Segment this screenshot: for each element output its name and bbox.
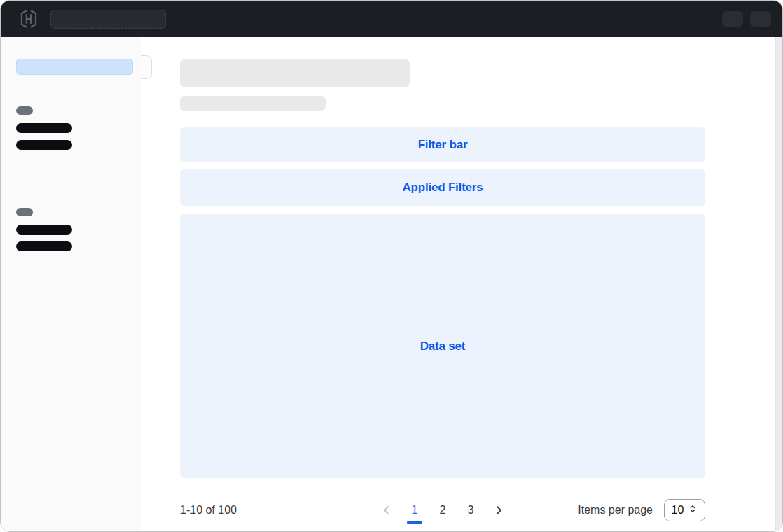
page-title-placeholder bbox=[180, 59, 410, 87]
page-button-1[interactable]: 1 bbox=[406, 500, 424, 521]
sidebar-nav-item-placeholder[interactable] bbox=[16, 123, 72, 133]
filter-bar-region: Filter bar bbox=[180, 127, 705, 162]
chevron-right-icon[interactable] bbox=[490, 500, 508, 521]
sidebar-section bbox=[16, 106, 72, 157]
hashicorp-logo-icon bbox=[20, 9, 38, 29]
page-button-2[interactable]: 2 bbox=[434, 500, 452, 521]
page-subtitle-placeholder bbox=[180, 96, 326, 111]
nav-action-placeholder[interactable] bbox=[750, 11, 771, 27]
sidebar-section-label-placeholder bbox=[16, 106, 33, 115]
top-navbar bbox=[1, 1, 782, 37]
scrollbar-track[interactable] bbox=[775, 37, 782, 532]
nav-menu-placeholder[interactable] bbox=[50, 10, 166, 29]
sidebar-nav-item-placeholder[interactable] bbox=[16, 140, 72, 150]
items-per-page-label: Items per page bbox=[578, 504, 653, 517]
filter-bar-label: Filter bar bbox=[418, 138, 468, 152]
main-content: Filter bar Applied Filters Data set 1-10… bbox=[180, 37, 705, 532]
applied-filters-region: Applied Filters bbox=[180, 169, 705, 206]
applied-filters-label: Applied Filters bbox=[402, 181, 483, 195]
sidebar-collapse-handle[interactable] bbox=[141, 55, 152, 79]
app-window: Filter bar Applied Filters Data set 1-10… bbox=[0, 0, 783, 532]
data-set-label: Data set bbox=[420, 340, 466, 354]
sidebar-selected-item-placeholder[interactable] bbox=[16, 59, 133, 75]
unfold-caret-icon bbox=[688, 504, 698, 517]
pagination-pages: 1 2 3 bbox=[377, 500, 508, 521]
items-per-page: Items per page 10 bbox=[578, 499, 705, 522]
navbar-actions bbox=[722, 11, 771, 27]
pagination: 1-10 of 100 1 2 3 bbox=[180, 493, 705, 527]
sidebar-section-label-placeholder bbox=[16, 208, 33, 216]
chevron-left-icon[interactable] bbox=[377, 500, 396, 521]
sidebar-section bbox=[16, 208, 72, 258]
data-set-region: Data set bbox=[180, 214, 705, 478]
sidebar-nav-item-placeholder[interactable] bbox=[16, 225, 72, 234]
sidebar-nav-item-placeholder[interactable] bbox=[16, 241, 72, 251]
pagination-range-text: 1-10 of 100 bbox=[180, 504, 237, 517]
page-body: Filter bar Applied Filters Data set 1-10… bbox=[1, 37, 782, 532]
nav-action-placeholder[interactable] bbox=[722, 11, 743, 27]
sidebar bbox=[1, 37, 141, 532]
items-per-page-select[interactable]: 10 bbox=[664, 499, 705, 522]
page-button-3[interactable]: 3 bbox=[462, 500, 480, 521]
items-per-page-value: 10 bbox=[672, 504, 684, 517]
